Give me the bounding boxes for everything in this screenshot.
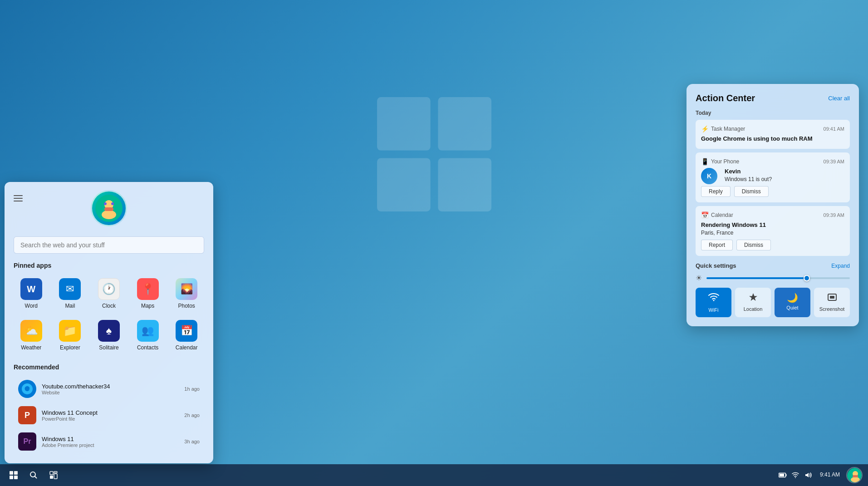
app-solitaire[interactable]: ♠ Solitaire <box>91 316 127 354</box>
explorer-label: Explorer <box>60 344 80 351</box>
report-button[interactable]: Report <box>701 240 733 250</box>
screenshot-icon <box>827 292 837 304</box>
taskbar-right: 9:41 AM <box>777 467 863 483</box>
clock-label: Clock <box>102 303 116 309</box>
notif-body-phone: Windows 11 is out? <box>725 176 772 182</box>
start-button[interactable] <box>5 467 22 483</box>
calendar-label: Calendar <box>176 344 198 351</box>
notif-title-phone: Kevin <box>725 168 772 175</box>
app-photos[interactable]: 🌄 Photos <box>169 275 204 313</box>
recommended-list: Youtube.com/thehacker34 Website 1h ago P… <box>14 376 204 454</box>
kevin-avatar: K <box>701 168 717 184</box>
rec-type-edge: Website <box>42 390 179 395</box>
svg-rect-3 <box>438 158 491 211</box>
action-center-title: Action Center <box>696 93 755 103</box>
word-icon: W <box>20 278 42 300</box>
quick-settings-title: Quick settings <box>696 262 736 269</box>
taskbar-widgets-button[interactable] <box>45 467 62 483</box>
notif-time-cal: 09:39 AM <box>824 212 844 218</box>
taskbar-user-avatar[interactable] <box>846 467 863 483</box>
wifi-icon <box>708 292 719 305</box>
svg-point-24 <box>795 477 796 478</box>
contacts-label: Contacts <box>137 344 158 351</box>
clear-all-button[interactable]: Clear all <box>828 95 850 102</box>
mail-label: Mail <box>65 303 75 309</box>
rec-time-edge: 1h ago <box>184 386 200 392</box>
svg-rect-20 <box>50 476 53 479</box>
svg-rect-21 <box>54 474 57 479</box>
rec-item-premiere[interactable]: Pr Windows 11 Adobe Premiere project 3h … <box>14 429 204 454</box>
pinned-apps-grid: W Word ✉ Mail 🕐 Clock 📍 Maps 🌄 Photos ⛅ … <box>14 275 204 354</box>
svg-rect-18 <box>50 471 53 475</box>
notif-header-task: ⚡ Task Manager 09:41 AM <box>701 125 844 133</box>
taskbar-search-button[interactable] <box>25 467 42 483</box>
quiet-label: Quiet <box>786 305 798 310</box>
wifi-label: WiFi <box>709 307 719 313</box>
reply-button[interactable]: Reply <box>701 186 731 197</box>
maps-label: Maps <box>141 303 154 309</box>
expand-button[interactable]: Expand <box>831 263 850 269</box>
menu-icon-button[interactable] <box>14 191 28 206</box>
svg-rect-28 <box>853 475 858 477</box>
notif-app-task: ⚡ Task Manager <box>701 125 745 133</box>
location-button[interactable]: Location <box>735 288 771 317</box>
calendar-icon: 📅 <box>176 320 197 342</box>
search-input[interactable] <box>14 236 204 254</box>
time-display: 9:41 AM <box>820 471 840 479</box>
app-explorer[interactable]: 📁 Explorer <box>53 316 88 354</box>
notif-header-cal: 📅 Calendar 09:39 AM <box>701 211 844 219</box>
brightness-icon: ☀ <box>696 274 702 282</box>
notification-phone: 📱 Your Phone 09:39 AM K Kevin Windows 11… <box>696 152 850 202</box>
screenshot-button[interactable]: Screenshot <box>814 288 850 317</box>
svg-rect-1 <box>438 97 491 151</box>
pinned-apps-title: Pinned apps <box>14 262 204 269</box>
svg-rect-14 <box>14 471 18 475</box>
quiet-button[interactable]: 🌙 Quiet <box>775 288 810 317</box>
rec-item-edge[interactable]: Youtube.com/thehacker34 Website 1h ago <box>14 376 204 402</box>
svg-rect-23 <box>780 474 784 476</box>
battery-icon <box>777 470 788 481</box>
clock-icon: 🕐 <box>98 278 120 300</box>
screenshot-label: Screenshot <box>819 306 845 312</box>
today-label: Today <box>696 110 850 116</box>
app-clock[interactable]: 🕐 Clock <box>91 275 127 313</box>
action-center-header: Action Center Clear all <box>696 93 850 103</box>
premiere-icon: Pr <box>18 432 36 451</box>
rec-name-premiere: Windows 11 <box>42 436 179 442</box>
notif-time-phone: 09:39 AM <box>824 159 844 164</box>
wifi-button[interactable]: WiFi <box>696 288 731 317</box>
quick-settings-header: Quick settings Expand <box>696 262 850 269</box>
weather-label: Weather <box>21 344 41 351</box>
notification-calendar: 📅 Calendar 09:39 AM Rendering Windows 11… <box>696 206 850 256</box>
edge-icon <box>18 380 36 398</box>
app-calendar[interactable]: 📅 Calendar <box>169 316 204 354</box>
user-avatar[interactable] <box>91 190 127 226</box>
taskbar-time[interactable]: 9:41 AM <box>816 470 843 481</box>
svg-rect-16 <box>14 476 18 479</box>
rec-item-ppt[interactable]: P Windows 11 Concept PowerPoint file 2h … <box>14 403 204 428</box>
phone-dismiss-button[interactable]: Dismiss <box>734 186 769 197</box>
windows-logo-watermark <box>371 91 498 218</box>
brightness-slider[interactable] <box>706 277 850 279</box>
app-mail[interactable]: ✉ Mail <box>53 275 88 313</box>
svg-point-9 <box>111 202 114 205</box>
app-weather[interactable]: ⛅ Weather <box>14 316 49 354</box>
rec-name-ppt: Windows 11 Concept <box>42 409 179 416</box>
notif-body-cal: Paris, France <box>701 230 844 236</box>
svg-point-10 <box>713 300 714 301</box>
taskbar: 9:41 AM <box>0 464 868 486</box>
phone-notif-actions: Reply Dismiss <box>701 186 844 197</box>
cal-dismiss-button[interactable]: Dismiss <box>736 240 771 250</box>
app-word[interactable]: W Word <box>14 275 49 313</box>
notif-phone-content: K Kevin Windows 11 is out? <box>701 168 844 186</box>
task-manager-icon: ⚡ <box>701 125 708 133</box>
rec-name-edge: Youtube.com/thehacker34 <box>42 383 179 390</box>
app-maps[interactable]: 📍 Maps <box>130 275 166 313</box>
svg-point-27 <box>851 477 860 482</box>
notif-app-phone: 📱 Your Phone <box>701 158 739 165</box>
app-contacts[interactable]: 👥 Contacts <box>130 316 166 354</box>
svg-rect-2 <box>377 158 431 211</box>
notif-title-cal: Rendering Windows 11 <box>701 221 844 228</box>
notif-time-task: 09:41 AM <box>824 126 844 132</box>
quiet-icon: 🌙 <box>787 292 798 303</box>
